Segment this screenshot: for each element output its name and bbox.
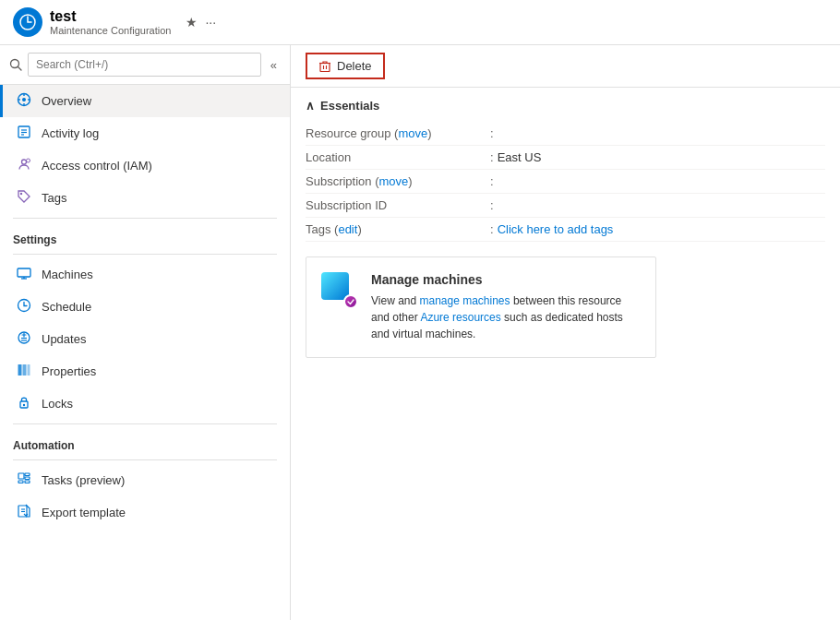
- colon: :: [490, 174, 494, 188]
- add-tags-link[interactable]: Click here to add tags: [498, 222, 614, 236]
- sidebar-item-activity-log[interactable]: Activity log: [0, 117, 290, 149]
- azure-link: Azure resources: [420, 311, 500, 324]
- properties-icon: [16, 363, 32, 380]
- colon: :: [490, 198, 494, 212]
- sidebar-item-tags[interactable]: Tags: [0, 182, 290, 214]
- activity-log-icon: [16, 125, 32, 142]
- sidebar-item-label: Machines: [42, 268, 93, 281]
- cube-badge-icon: [343, 294, 358, 309]
- essentials-row-tags: Tags (edit) : Click here to add tags: [306, 218, 825, 242]
- header-titles: test Maintenance Configuration: [50, 8, 171, 36]
- tags-icon: [16, 189, 32, 207]
- subscription-label: Subscription (move): [306, 174, 490, 188]
- svg-rect-24: [23, 364, 27, 376]
- updates-icon: [16, 330, 32, 348]
- svg-point-14: [27, 159, 30, 162]
- subscription-move-link[interactable]: move: [378, 174, 408, 188]
- top-header: test Maintenance Configuration ★ ···: [0, 0, 840, 45]
- tasks-icon: [16, 471, 32, 489]
- sidebar-item-tasks[interactable]: Tasks (preview): [0, 464, 290, 496]
- manage-link: manage machines: [419, 294, 510, 307]
- subscription-id-label: Subscription ID: [306, 198, 490, 212]
- header-actions: ★ ···: [186, 15, 216, 30]
- svg-rect-25: [28, 364, 30, 376]
- essentials-grid: Resource group (move) : Location : East …: [306, 122, 825, 242]
- resource-icon: [13, 7, 42, 37]
- settings-section-title: Settings: [0, 222, 290, 250]
- colon: :: [490, 126, 494, 140]
- sidebar-item-label: Locks: [42, 397, 73, 411]
- divider-settings-bottom: [13, 254, 277, 255]
- overview-icon: [16, 92, 32, 110]
- cards-area: Manage machines View and manage machines…: [291, 242, 840, 373]
- essentials-header: ∧ Essentials: [306, 99, 825, 113]
- delete-button[interactable]: Delete: [306, 53, 385, 79]
- essentials-title: Essentials: [320, 99, 379, 113]
- sidebar-item-properties[interactable]: Properties: [0, 355, 290, 388]
- manage-machines-card-icon: [321, 272, 358, 309]
- favorite-icon[interactable]: ★: [186, 15, 198, 30]
- sidebar-item-label: Schedule: [42, 300, 91, 314]
- divider-automation: [13, 423, 277, 424]
- sidebar: « Overview: [0, 45, 291, 620]
- manage-machines-card-content: Manage machines View and manage machines…: [371, 272, 641, 342]
- sidebar-item-label: Overview: [42, 94, 91, 108]
- manage-machines-card[interactable]: Manage machines View and manage machines…: [306, 256, 656, 358]
- svg-rect-36: [320, 63, 330, 71]
- essentials-row-subscription-id: Subscription ID :: [306, 194, 825, 218]
- tags-label: Tags (edit): [306, 222, 490, 236]
- svg-rect-31: [18, 481, 23, 483]
- sidebar-item-export-template[interactable]: Export template: [0, 496, 290, 529]
- toolbar: Delete: [291, 45, 840, 88]
- colon: :: [490, 222, 494, 236]
- sidebar-item-locks[interactable]: Locks: [0, 388, 290, 420]
- automation-section-title: Automation: [0, 428, 290, 456]
- export-template-icon: [16, 504, 32, 521]
- sidebar-item-access-control[interactable]: Access control (IAM): [0, 149, 290, 182]
- locks-icon: [16, 395, 32, 412]
- content-area: Delete ∧ Essentials Resource group (move…: [291, 45, 840, 620]
- sidebar-item-label: Properties: [42, 364, 96, 378]
- sidebar-item-updates[interactable]: Updates: [0, 323, 290, 355]
- svg-point-13: [22, 160, 27, 164]
- search-input[interactable]: [28, 53, 261, 77]
- resource-type: Maintenance Configuration: [50, 25, 171, 36]
- divider-settings: [13, 218, 277, 219]
- essentials-row-location: Location : East US: [306, 146, 825, 170]
- more-options-icon[interactable]: ···: [205, 15, 216, 30]
- svg-rect-16: [18, 268, 30, 277]
- access-control-icon: [16, 157, 32, 174]
- sidebar-item-schedule[interactable]: Schedule: [0, 291, 290, 323]
- search-bar: «: [0, 45, 290, 85]
- schedule-icon: [16, 298, 32, 316]
- svg-point-4: [22, 98, 26, 101]
- svg-point-15: [20, 193, 22, 195]
- delete-label: Delete: [337, 59, 372, 73]
- svg-rect-29: [25, 473, 30, 476]
- sidebar-item-label: Export template: [42, 506, 126, 519]
- sidebar-item-label: Updates: [42, 332, 86, 346]
- divider-automation-bottom: [13, 459, 277, 460]
- svg-point-27: [23, 404, 25, 406]
- sidebar-item-label: Tags: [42, 191, 66, 205]
- sidebar-item-overview[interactable]: Overview: [0, 85, 290, 117]
- sidebar-item-label: Tasks (preview): [42, 473, 125, 487]
- tags-edit-link[interactable]: edit: [338, 222, 357, 236]
- svg-rect-30: [25, 477, 30, 480]
- sidebar-item-label: Access control (IAM): [42, 159, 152, 173]
- sidebar-item-machines[interactable]: Machines: [0, 258, 290, 291]
- resource-group-label: Resource group (move): [306, 126, 490, 140]
- colon: :: [490, 150, 494, 164]
- svg-line-2: [18, 67, 22, 71]
- svg-rect-28: [18, 473, 24, 479]
- collapse-sidebar-button[interactable]: «: [267, 56, 281, 74]
- delete-icon: [318, 60, 331, 73]
- chevron-up-icon: ∧: [306, 99, 315, 113]
- resource-group-move-link[interactable]: move: [398, 126, 427, 140]
- main-layout: « Overview: [0, 45, 840, 620]
- sidebar-item-label: Activity log: [42, 126, 99, 140]
- essentials-section: ∧ Essentials Resource group (move) : Loc…: [291, 88, 840, 242]
- svg-rect-32: [25, 481, 30, 483]
- location-label: Location: [306, 150, 490, 164]
- tags-value: Click here to add tags: [498, 222, 614, 236]
